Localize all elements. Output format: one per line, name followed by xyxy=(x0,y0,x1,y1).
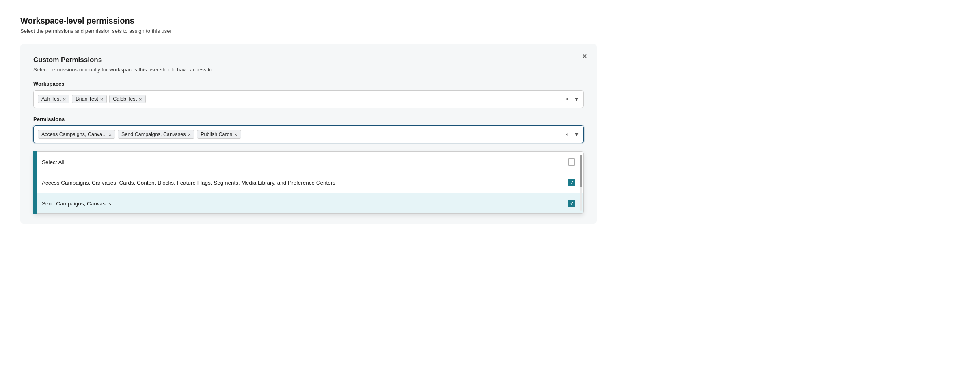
workspace-tag-ash: Ash Test × xyxy=(38,95,69,103)
workspaces-select-box[interactable]: Ash Test × Brian Test × Caleb Test × × ▼ xyxy=(33,90,584,108)
permissions-dropdown-toggle[interactable]: ▼ xyxy=(574,131,579,138)
permission-tag-send-label: Send Campaigns, Canvases xyxy=(121,131,186,137)
workspaces-separator xyxy=(571,95,571,103)
permission-item-access-label: Access Campaigns, Canvases, Cards, Conte… xyxy=(42,180,335,186)
permission-tag-access-remove[interactable]: × xyxy=(109,132,112,137)
page-title: Workspace-level permissions xyxy=(20,16,960,26)
select-all-label: Select All xyxy=(42,159,65,165)
permissions-box-actions: × ▼ xyxy=(565,131,579,138)
select-all-checkbox[interactable] xyxy=(568,158,575,166)
permissions-dropdown: Select All Access Campaigns, Canvases, C… xyxy=(33,151,584,214)
workspace-tag-brian-label: Brian Test xyxy=(76,96,98,102)
permission-tag-access: Access Campaigns, Canva... × xyxy=(38,130,115,139)
permissions-clear-button[interactable]: × xyxy=(565,131,568,138)
permission-tag-access-label: Access Campaigns, Canva... xyxy=(41,131,107,137)
permission-item-send[interactable]: Send Campaigns, Canvases xyxy=(34,193,583,213)
page-subtitle: Select the permissions and permission se… xyxy=(20,28,960,34)
permission-item-send-checkbox[interactable] xyxy=(568,200,575,207)
permission-item-access[interactable]: Access Campaigns, Canvases, Cards, Conte… xyxy=(34,172,583,193)
workspaces-label: Workspaces xyxy=(33,81,584,87)
permissions-select-box[interactable]: Access Campaigns, Canva... × Send Campai… xyxy=(33,125,584,143)
permissions-separator xyxy=(571,131,571,138)
dropdown-scrollbar-thumb[interactable] xyxy=(580,155,582,187)
permission-tag-publish-remove[interactable]: × xyxy=(234,132,237,137)
workspaces-box-actions: × ▼ xyxy=(565,95,579,103)
panel-title: Custom Permissions xyxy=(33,56,584,64)
workspaces-clear-button[interactable]: × xyxy=(565,96,568,102)
permission-tag-send-remove[interactable]: × xyxy=(188,132,191,137)
dropdown-scrollbar-track xyxy=(580,155,582,211)
text-cursor xyxy=(244,131,244,138)
permission-item-access-checkbox[interactable] xyxy=(568,179,575,186)
permissions-dropdown-panel: Select All Access Campaigns, Canvases, C… xyxy=(33,151,584,214)
panel-description: Select permissions manually for workspac… xyxy=(33,67,584,73)
workspace-tag-caleb: Caleb Test × xyxy=(109,95,145,103)
permission-tag-send: Send Campaigns, Canvases × xyxy=(118,130,194,139)
workspace-tag-caleb-remove[interactable]: × xyxy=(139,97,142,102)
permission-item-send-label: Send Campaigns, Canvases xyxy=(42,200,111,207)
select-all-item[interactable]: Select All xyxy=(34,152,583,172)
workspace-tag-caleb-label: Caleb Test xyxy=(113,96,137,102)
permission-tag-publish-label: Publish Cards xyxy=(201,131,232,137)
workspaces-dropdown-toggle[interactable]: ▼ xyxy=(574,96,579,102)
workspace-tag-ash-label: Ash Test xyxy=(41,96,61,102)
permissions-label: Permissions xyxy=(33,116,584,122)
workspace-tag-brian-remove[interactable]: × xyxy=(100,97,104,102)
workspace-tag-ash-remove[interactable]: × xyxy=(63,97,66,102)
workspace-tag-brian: Brian Test × xyxy=(72,95,107,103)
dropdown-left-accent xyxy=(33,151,37,214)
close-button[interactable]: × xyxy=(582,52,587,60)
permission-tag-publish: Publish Cards × xyxy=(197,130,241,139)
custom-permissions-panel: × Custom Permissions Select permissions … xyxy=(20,44,597,224)
